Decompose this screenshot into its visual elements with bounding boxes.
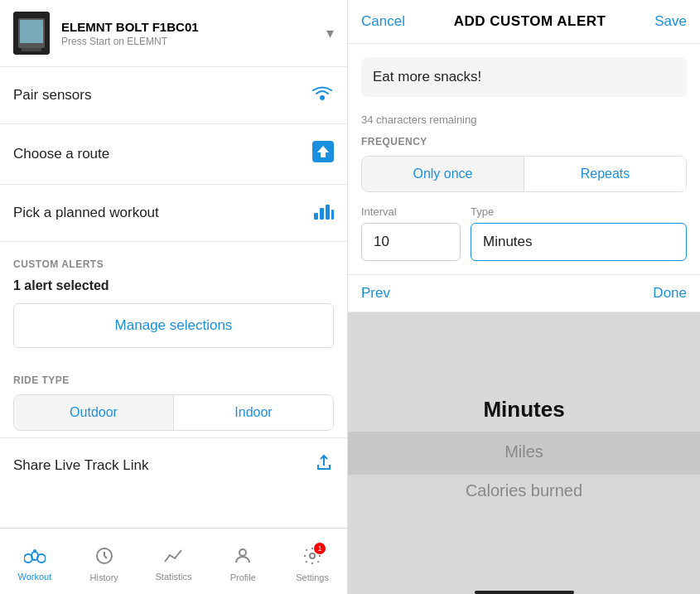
svg-rect-8	[314, 213, 318, 220]
nav-label-history: History	[90, 572, 118, 582]
repeats-button[interactable]: Repeats	[524, 157, 686, 191]
svg-point-14	[31, 552, 38, 560]
profile-icon	[233, 546, 253, 571]
type-label: Type	[471, 205, 687, 218]
pair-sensors-item[interactable]: Pair sensors	[0, 67, 347, 124]
nav-item-statistics[interactable]: Statistics	[139, 542, 209, 582]
nav-label-statistics: Statistics	[155, 572, 191, 582]
alert-selected-text: 1 alert selected	[0, 275, 347, 303]
interval-col: Interval	[361, 205, 461, 261]
nav-item-workout[interactable]: Workout	[0, 542, 70, 582]
wifi-icon	[311, 84, 334, 107]
route-icon	[312, 141, 334, 167]
interval-label: Interval	[361, 205, 461, 218]
svg-point-15	[33, 549, 36, 553]
chevron-down-icon[interactable]: ▾	[326, 24, 334, 42]
right-panel: Cancel ADD CUSTOM ALERT Save 34 characte…	[348, 0, 700, 594]
device-info: ELEMNT BOLT F1BC01 Press Start on ELEMNT	[61, 20, 326, 47]
type-input[interactable]	[471, 223, 687, 261]
picker-item-calories[interactable]: Calories burned	[348, 471, 700, 510]
ride-type-label: RIDE TYPE	[13, 374, 334, 386]
nav-label-workout: Workout	[18, 572, 52, 582]
cancel-button[interactable]: Cancel	[361, 13, 405, 30]
choose-route-item[interactable]: Choose a route	[0, 124, 347, 185]
bottom-nav: Workout History Statistics	[0, 528, 347, 594]
nav-label-profile: Profile	[230, 572, 256, 582]
chars-remaining: 34 characters remaining	[361, 113, 687, 126]
interval-input[interactable]	[361, 223, 461, 261]
pick-workout-label: Pick a planned workout	[13, 205, 159, 221]
prev-button[interactable]: Prev	[361, 285, 390, 302]
picker-items: Minutes Miles Calories burned	[348, 312, 700, 584]
choose-route-label: Choose a route	[13, 146, 109, 162]
picker-handle	[475, 591, 574, 594]
picker-area[interactable]: Minutes Miles Calories burned	[348, 312, 700, 594]
add-custom-alert-title: ADD CUSTOM ALERT	[454, 13, 606, 30]
manage-selections-button[interactable]: Manage selections	[13, 303, 334, 348]
outdoor-button[interactable]: Outdoor	[14, 395, 174, 430]
prev-done-row: Prev Done	[348, 274, 700, 312]
right-header: Cancel ADD CUSTOM ALERT Save	[348, 0, 700, 44]
share-icon	[314, 453, 334, 478]
ride-type-toggle: Outdoor Indoor	[13, 394, 334, 431]
type-col: Type	[471, 205, 687, 261]
left-panel: ELEMNT BOLT F1BC01 Press Start on ELEMNT…	[0, 0, 348, 594]
pick-workout-item[interactable]: Pick a planned workout	[0, 185, 347, 242]
workout-icon	[24, 547, 46, 570]
nav-label-settings: Settings	[296, 572, 329, 582]
device-name: ELEMNT BOLT F1BC01	[61, 20, 326, 34]
svg-rect-11	[331, 210, 334, 220]
indoor-button[interactable]: Indoor	[174, 395, 333, 430]
device-subtitle: Press Start on ELEMNT	[61, 36, 326, 47]
alert-text-input[interactable]	[373, 69, 675, 85]
menu-items: Pair sensors Choose a route	[0, 67, 347, 594]
interval-row: Interval Type	[361, 205, 687, 261]
frequency-toggle: Only once Repeats	[361, 156, 687, 192]
custom-alerts-header: CUSTOM ALERTS	[0, 242, 347, 275]
settings-icon: 1	[302, 546, 322, 571]
svg-rect-3	[22, 48, 41, 51]
ride-type-section: RIDE TYPE Outdoor Indoor	[0, 361, 347, 437]
svg-rect-10	[326, 205, 330, 220]
nav-item-history[interactable]: History	[70, 541, 139, 582]
svg-point-17	[239, 549, 246, 556]
bars-icon	[314, 201, 334, 225]
share-live-track-item[interactable]: Share Live Track Link	[0, 437, 347, 493]
picker-item-miles[interactable]: Miles	[348, 432, 700, 471]
alert-input-area[interactable]	[361, 57, 687, 97]
device-image	[13, 12, 50, 55]
picker-item-minutes[interactable]: Minutes	[348, 387, 700, 432]
only-once-button[interactable]: Only once	[362, 157, 524, 191]
settings-badge: 1	[314, 543, 326, 554]
svg-point-18	[310, 553, 315, 558]
pair-sensors-label: Pair sensors	[13, 87, 91, 104]
device-header[interactable]: ELEMNT BOLT F1BC01 Press Start on ELEMNT…	[0, 0, 347, 67]
svg-point-5	[321, 96, 324, 99]
history-icon	[94, 546, 114, 571]
save-button[interactable]: Save	[654, 13, 687, 30]
statistics-icon	[163, 547, 183, 570]
nav-item-settings[interactable]: 1 Settings	[278, 541, 347, 582]
share-label: Share Live Track Link	[13, 457, 148, 474]
svg-rect-9	[320, 208, 324, 220]
nav-item-profile[interactable]: Profile	[208, 541, 278, 582]
frequency-label: FREQUENCY	[361, 136, 687, 147]
svg-rect-2	[20, 20, 43, 43]
done-button[interactable]: Done	[653, 285, 687, 302]
